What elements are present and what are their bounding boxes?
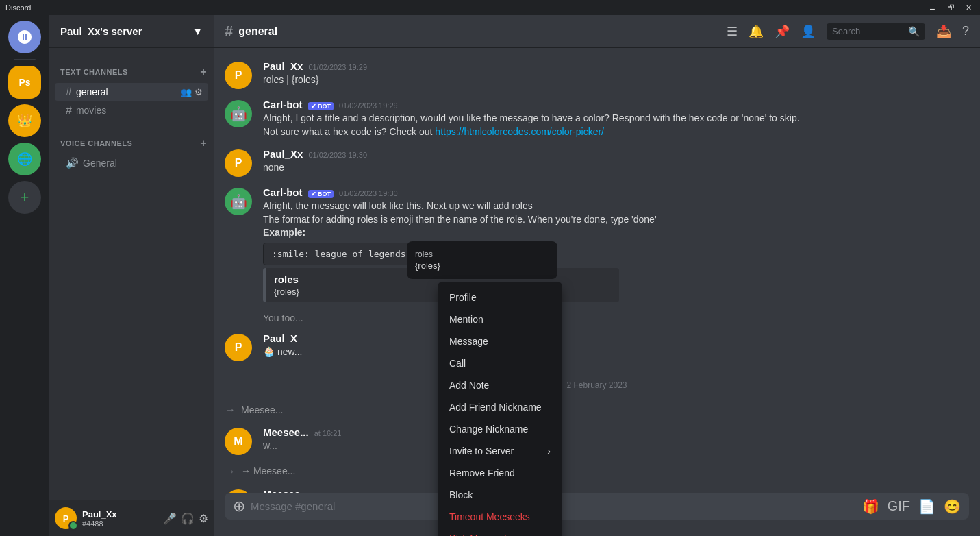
add-voice-channel-button[interactable]: + xyxy=(199,136,208,151)
search-bar[interactable]: 🔍 xyxy=(827,23,925,40)
search-input[interactable] xyxy=(832,26,904,36)
discord-home-button[interactable] xyxy=(8,21,41,53)
server-divider xyxy=(14,59,36,60)
titlebar-title: Discord xyxy=(5,3,31,12)
server-header[interactable]: Paul_Xx's server ▼ xyxy=(49,15,214,48)
channel-sidebar: Paul_Xx's server ▼ TEXT CHANNELS + # gen… xyxy=(49,15,214,536)
system-message: → Meesee... xyxy=(225,402,969,419)
user-panel: P Paul_Xx #4488 🎤 🎧 ⚙ xyxy=(49,500,214,536)
user-avatar: P xyxy=(55,507,77,529)
channel-list: TEXT CHANNELS + # general 👥 ⚙ # movies V… xyxy=(49,48,214,500)
avatar: M xyxy=(225,428,252,455)
message-content: Paul_X 🧁 new... xyxy=(263,332,969,361)
channel-settings-icon[interactable]: ⚙ xyxy=(194,87,203,97)
server-name: Paul_Xx's server xyxy=(60,25,142,37)
headset-button[interactable]: 🎧 xyxy=(181,512,194,525)
message-timestamp: 01/02/2023 19:30 xyxy=(339,189,398,197)
message-text: w... xyxy=(263,439,969,453)
voice-channel-general[interactable]: 🔊 General xyxy=(55,154,208,172)
ctx-invite-to-server[interactable]: Invite to Server › xyxy=(438,440,562,462)
members-icon[interactable]: 👤 xyxy=(801,24,816,39)
sticker-icon[interactable]: 📄 xyxy=(918,498,935,515)
inbox-icon[interactable]: 📥 xyxy=(936,24,951,39)
channel-name-movies: movies xyxy=(76,105,203,116)
ctx-call[interactable]: Call xyxy=(438,352,562,374)
message-text: Alright, the message will look like this… xyxy=(263,199,969,240)
message-group: M Meesee... xyxy=(225,487,969,493)
message-content: Paul_Xx 01/02/2023 19:29 roles | {roles} xyxy=(263,60,969,89)
context-menu: Profile Mention Message Call Add Note Ad… xyxy=(438,282,562,536)
ctx-timeout[interactable]: Timeout Meeseeks xyxy=(438,506,562,528)
add-server-button[interactable]: + xyxy=(8,181,41,214)
message-username: Carl-bot xyxy=(263,99,303,110)
message-group: P Paul_Xx 01/02/2023 19:29 roles | {role… xyxy=(225,59,969,90)
maximize-button[interactable]: 🗗 xyxy=(944,3,957,12)
message-content: Carl-bot ✔ BOT 01/02/2023 19:29 Alright,… xyxy=(263,99,969,138)
submenu-arrow-icon: › xyxy=(547,446,551,456)
message-content: Meesee... xyxy=(263,488,969,493)
ctx-message[interactable]: Message xyxy=(438,330,562,352)
ctx-mention[interactable]: Mention xyxy=(438,308,562,330)
ctx-add-note[interactable]: Add Note xyxy=(438,374,562,396)
server-icon-ps[interactable]: Ps xyxy=(8,66,41,99)
ctx-change-nickname[interactable]: Change Nickname xyxy=(438,418,562,440)
user-discriminator: #4488 xyxy=(82,520,158,528)
ctx-kick[interactable]: Kick Meeseeks xyxy=(438,528,562,536)
add-text-channel-button[interactable]: + xyxy=(199,64,208,80)
message-input-box: ⊕ 🎁 GIF 📄 😊 xyxy=(225,493,969,520)
channel-name-general: general xyxy=(76,86,177,97)
user-controls: 🎤 🎧 ⚙ xyxy=(163,512,208,525)
message-header: Paul_X xyxy=(263,332,969,344)
message-header: Carl-bot ✔ BOT 01/02/2023 19:30 xyxy=(263,186,969,198)
server-icon-green[interactable]: 🌐 xyxy=(8,143,41,175)
channel-hash-icon: # xyxy=(66,86,72,98)
emoji-icon[interactable]: 😊 xyxy=(944,498,961,515)
user-settings-button[interactable]: ⚙ xyxy=(199,512,208,525)
gift-icon[interactable]: 🎁 xyxy=(862,498,879,515)
input-icons: 🎁 GIF 📄 😊 xyxy=(862,498,961,515)
color-picker-link[interactable]: https://htmlcolorcodes.com/color-picker/ xyxy=(435,126,604,137)
voice-channels-category: VOICE CHANNELS + xyxy=(49,125,214,154)
server-icon-crown[interactable]: 👑 xyxy=(8,104,41,137)
channel-icons: 👥 ⚙ xyxy=(181,87,203,97)
close-button[interactable]: ✕ xyxy=(963,3,975,12)
mic-button[interactable]: 🎤 xyxy=(163,512,177,525)
help-icon[interactable]: ? xyxy=(962,24,969,38)
message-header: Meesee... xyxy=(263,488,969,493)
bot-badge: ✔ BOT xyxy=(308,190,334,198)
message-content: Carl-bot ✔ BOT 01/02/2023 19:30 Alright,… xyxy=(263,186,969,302)
ctx-block[interactable]: Block xyxy=(438,484,562,506)
message-text: Alright, I got a title and a description… xyxy=(263,112,969,138)
message-content: Paul_Xx 01/02/2023 19:30 none xyxy=(263,148,969,177)
titlebar-controls: 🗕 🗗 ✕ xyxy=(926,3,975,12)
gif-icon[interactable]: GIF xyxy=(888,498,910,514)
channel-item-movies[interactable]: # movies xyxy=(55,101,208,119)
avatar: 🤖 xyxy=(225,100,252,127)
code-block: :smile: league of legends xyxy=(263,243,415,265)
minimize-button[interactable]: 🗕 xyxy=(926,3,939,12)
message-group: P Paul_Xx 01/02/2023 19:30 none xyxy=(225,147,969,178)
channel-item-general[interactable]: # general 👥 ⚙ xyxy=(55,83,208,101)
avatar: 🤖 xyxy=(225,188,252,215)
bell-icon[interactable]: 🔔 xyxy=(749,24,764,39)
channel-header-hash-icon: # xyxy=(225,23,233,40)
titlebar: Discord 🗕 🗗 ✕ xyxy=(0,0,980,15)
threads-icon[interactable]: ☰ xyxy=(727,24,738,39)
message-username: Meesee... xyxy=(263,426,309,438)
avatar-text: P xyxy=(63,513,69,524)
text-channels-category: TEXT CHANNELS + xyxy=(49,53,214,82)
voice-channel-name: General xyxy=(83,158,117,169)
ctx-add-friend-nickname[interactable]: Add Friend Nickname xyxy=(438,396,562,418)
message-text: roles | {roles} xyxy=(263,73,969,87)
message-content: Meesee... at 16:21 w... xyxy=(263,426,969,455)
arrow-icon: → xyxy=(225,404,236,416)
pin-icon[interactable]: 📌 xyxy=(775,24,790,39)
ctx-profile[interactable]: Profile xyxy=(438,287,562,308)
add-attachment-button[interactable]: ⊕ xyxy=(233,498,245,515)
message-header: Paul_Xx 01/02/2023 19:29 xyxy=(263,60,969,72)
message-timestamp: 01/02/2023 19:30 xyxy=(308,151,367,159)
message-header: Carl-bot ✔ BOT 01/02/2023 19:29 xyxy=(263,99,969,110)
ctx-remove-friend[interactable]: Remove Friend xyxy=(438,462,562,484)
message-input-area: ⊕ 🎁 GIF 📄 😊 xyxy=(214,493,980,536)
channel-members-icon[interactable]: 👥 xyxy=(181,87,192,97)
